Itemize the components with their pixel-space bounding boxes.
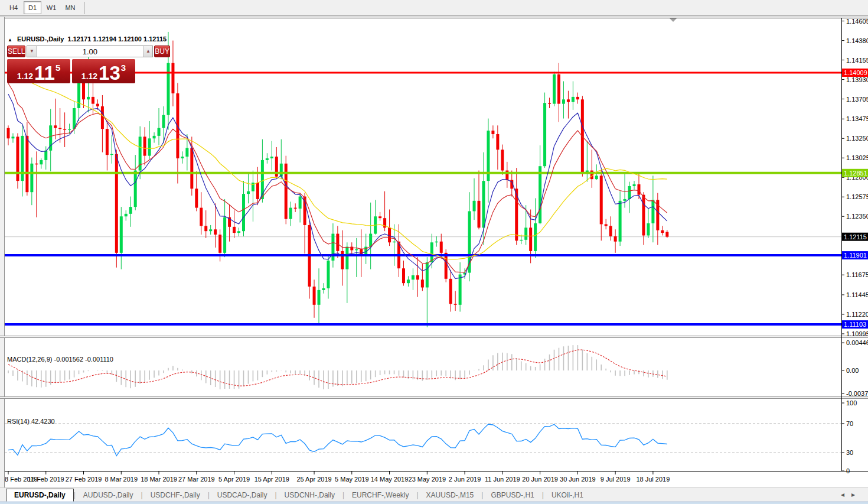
- axis-label: 1.12115: [844, 233, 867, 240]
- candle-body: [524, 227, 527, 240]
- candle-body: [619, 201, 622, 242]
- buy-price-prefix: 1.12: [81, 72, 97, 80]
- axis-label: 1.11220: [846, 311, 868, 318]
- candle-body: [665, 232, 668, 237]
- timeframe-button-d1[interactable]: D1: [24, 1, 41, 14]
- candle-body: [30, 164, 33, 192]
- candle-body: [595, 175, 598, 179]
- tab-ukoil-h1[interactable]: UKOil-,H1: [544, 489, 591, 501]
- chart-symbol-line: ▲ EURUSD-,Daily 1.12171 1.12194 1.12100 …: [8, 35, 167, 43]
- tab-xauusd-m15[interactable]: XAUUSD-,M15: [419, 489, 482, 501]
- candle-body: [153, 136, 156, 138]
- axis-label: 20 Jun 2019: [522, 476, 558, 483]
- candle-body: [110, 154, 113, 155]
- candle-body: [529, 227, 532, 251]
- tab-eurchf-weekly[interactable]: EURCHF-,Weekly: [344, 489, 416, 501]
- buy-button[interactable]: BUY: [154, 45, 170, 57]
- candle-body: [633, 184, 636, 186]
- candle-body: [421, 279, 424, 287]
- candle-body: [562, 99, 565, 103]
- axis-label: 0.004465: [846, 339, 868, 346]
- candle-body: [478, 201, 481, 227]
- candle-body: [642, 195, 645, 236]
- tabbar-scroll-arrows[interactable]: ◂▸: [841, 490, 862, 499]
- timeframe-button-mn[interactable]: MN: [61, 1, 79, 14]
- sell-button[interactable]: SELL: [7, 45, 25, 57]
- axis-label: 18 Mar 2019: [141, 476, 177, 483]
- rsi-indicator-label: RSI(14) 42.4230: [7, 418, 55, 425]
- symbol-tabbar: EURUSD-,Daily|AUDUSD-,Daily|USDCHF-,Dail…: [0, 487, 868, 502]
- tab-usdchf-daily[interactable]: USDCHF-,Daily: [143, 489, 208, 501]
- candle-body: [369, 234, 372, 247]
- candle-body: [185, 148, 188, 157]
- tab-usdcad-daily[interactable]: USDCAD-,Daily: [210, 489, 275, 501]
- candle-body: [426, 262, 429, 288]
- one-click-trading-panel: SELL ▼ ▲ BUY 1.12 11 5 1.12 13 3: [7, 45, 136, 83]
- axis-label: 1.13930: [846, 76, 868, 83]
- candle-body: [16, 136, 19, 181]
- candle-body: [190, 148, 193, 188]
- candle-body: [115, 154, 118, 253]
- candle-body: [637, 184, 640, 195]
- axis-label: 1.11675: [846, 271, 868, 278]
- candle-body: [572, 97, 575, 102]
- candle-body: [270, 157, 273, 158]
- volume-increase-icon[interactable]: ▲: [143, 46, 152, 57]
- axis-label: 1.14009: [844, 69, 867, 76]
- sell-price-prefix: 1.12: [17, 72, 33, 80]
- candle-body: [501, 149, 504, 170]
- chart-collapse-icon[interactable]: ▲: [8, 37, 12, 43]
- chart-symbol-label: EURUSD-,Daily: [17, 35, 64, 43]
- buy-price-box[interactable]: 1.12 13 3: [72, 59, 135, 83]
- macd-indicator-label: MACD(12,26,9) -0.001562 -0.001110: [7, 356, 113, 363]
- volume-input[interactable]: [37, 46, 143, 57]
- candle-body: [242, 194, 245, 231]
- candle-body: [454, 304, 457, 304]
- axis-label: 11 Jun 2019: [485, 476, 520, 483]
- timeframe-button-h4[interactable]: H4: [5, 1, 22, 14]
- candle-body: [430, 242, 433, 262]
- candle-body: [647, 223, 650, 236]
- volume-decrease-icon[interactable]: ▼: [27, 46, 37, 57]
- candle-body: [7, 128, 10, 139]
- candle-body: [624, 199, 626, 201]
- candle-body: [120, 216, 123, 253]
- sell-price-sup: 5: [56, 63, 60, 73]
- candle-body: [35, 164, 38, 164]
- candle-body: [557, 74, 560, 104]
- tab-usdcnh-daily[interactable]: USDCNH-,Daily: [277, 489, 342, 501]
- axis-label: 0: [846, 467, 850, 474]
- candle-body: [350, 247, 353, 251]
- candle-body: [341, 251, 344, 269]
- left-border-strip: [0, 16, 4, 487]
- candle-body: [176, 93, 179, 158]
- candle-body: [143, 136, 146, 155]
- candle-body: [218, 235, 221, 253]
- candle-body: [473, 201, 476, 212]
- axis-label: 30 Jun 2019: [560, 476, 596, 483]
- candle-body: [40, 160, 43, 164]
- chart-ohlc-values: 1.12171 1.12194 1.12100 1.12115: [68, 35, 167, 43]
- chart-background: [0, 16, 868, 487]
- candle-body: [237, 231, 240, 233]
- candle-body: [167, 63, 169, 115]
- axis-label: 27 Feb 2019: [66, 476, 102, 483]
- candle-body: [204, 226, 207, 231]
- mt4-window: H4D1W1MN 1.146051.143801.141551.139301.1…: [0, 0, 868, 504]
- tab-audusd-daily[interactable]: AUDUSD-,Daily: [76, 489, 141, 501]
- tab-eurusd-daily[interactable]: EURUSD-,Daily: [6, 489, 74, 502]
- candle-body: [449, 279, 452, 304]
- timeframe-button-w1[interactable]: W1: [43, 1, 60, 14]
- candle-body: [148, 138, 151, 155]
- candle-body: [171, 63, 174, 93]
- chart-canvas[interactable]: 1.146051.143801.141551.139301.137051.134…: [0, 16, 868, 487]
- candle-body: [318, 290, 321, 305]
- tab-gbpusd-h1[interactable]: GBPUSD-,H1: [483, 489, 541, 501]
- axis-label: 25 Apr 2019: [296, 476, 331, 483]
- candle-body: [289, 208, 292, 219]
- candle-body: [256, 183, 259, 199]
- axis-label: 5 May 2019: [335, 476, 368, 483]
- sell-price-box[interactable]: 1.12 11 5: [7, 59, 70, 83]
- candle-body: [294, 208, 297, 209]
- candle-body: [101, 106, 104, 129]
